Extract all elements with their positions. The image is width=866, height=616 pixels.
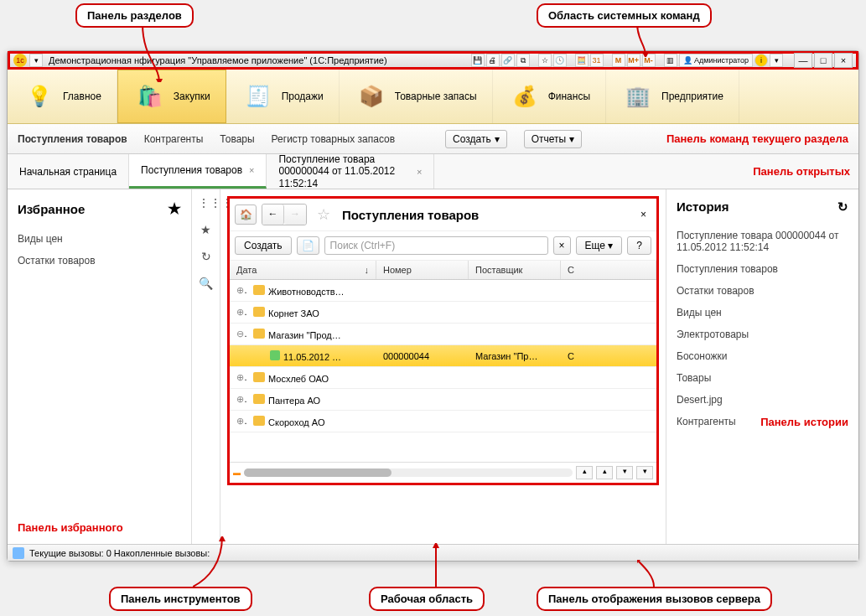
expand-icon[interactable]: ⊕ [236,307,246,317]
section-finance[interactable]: 💰Финансы [493,70,606,123]
tab-start-page[interactable]: Начальная страница [8,154,129,189]
window-title: Демонстрационная нфигурация "Управляемое… [49,55,387,65]
col-s[interactable]: С [561,261,656,279]
star-icon[interactable]: ★ [168,199,181,218]
home-button[interactable]: 🏠 [235,204,257,225]
section-sales[interactable]: 🧾Продажи [226,70,340,123]
dropdown-icon[interactable]: ▾ [29,54,43,67]
favorite-item[interactable]: Остатки товаров [18,250,181,272]
scroll-down-button[interactable]: ▾ [616,466,633,479]
tab-receipts[interactable]: Поступления товаров× [129,154,267,189]
user-button[interactable]: 👤 Администратор [679,54,753,67]
history-icon[interactable]: ↻ [198,250,215,267]
history-item[interactable]: Товары [677,367,848,389]
scroll-top-button[interactable]: ▴ [576,466,593,479]
col-label: Дата [236,265,257,275]
close-icon[interactable]: × [417,167,422,177]
section-main[interactable]: 💡Главное [8,70,117,123]
create-label: Создать [453,133,491,145]
tb-mplus-button[interactable]: M+ [627,54,640,67]
create-dropdown[interactable]: Создать ▾ [445,130,507,148]
col-date[interactable]: Дата↓ [230,261,376,279]
star-outline-icon[interactable]: ☆ [317,205,330,224]
expand-icon[interactable]: ⊕ [236,372,246,382]
favorite-item[interactable]: Виды цен [18,228,181,250]
help-button[interactable]: ? [627,236,651,255]
expand-icon[interactable]: ⊕ [236,394,246,404]
history-title: История [677,199,729,215]
tb-save-icon[interactable]: 💾 [471,54,485,67]
star-icon[interactable]: ★ [198,223,215,240]
tb-info-icon[interactable]: i [755,54,768,67]
server-calls-icon[interactable] [13,547,24,559]
folder-icon [253,394,265,404]
create-button[interactable]: Создать [235,236,292,255]
history-item[interactable]: Desert.jpg [677,389,848,411]
section-purchases[interactable]: 🛍️Закупки [117,70,226,123]
history-item[interactable]: Контрагенты Панель истории [677,411,848,433]
tb-more-icon[interactable]: ▾ [770,54,783,67]
scroll-bottom-button[interactable]: ▾ [636,466,653,479]
minimize-button[interactable]: — [794,53,812,68]
tb-favorite-icon[interactable]: ☆ [538,54,552,67]
history-item[interactable]: Поступления товаров [677,258,848,280]
history-item[interactable]: Электротовары [677,324,848,345]
tb-calendar-icon[interactable]: 31 [590,54,604,67]
tb-compare-icon[interactable]: ⧉ [516,54,530,67]
expand-icon[interactable]: ⊕ [236,416,246,426]
table-row[interactable]: ⊕Животноводств… [230,280,656,302]
coins-icon: 💰 [508,80,542,113]
cmd-stock-register[interactable]: Регистр товарных запасов [272,133,395,145]
tb-link-icon[interactable]: 🔗 [501,54,515,67]
reports-dropdown[interactable]: Отчеты ▾ [524,130,582,148]
maximize-button[interactable]: □ [814,53,832,68]
row-label: Корнет ЗАО [268,308,319,318]
table-row[interactable]: ⊕Мосхлеб ОАО [230,367,656,389]
section-enterprise[interactable]: 🏢Предприятие [606,70,739,123]
table-row[interactable]: ⊕Корнет ЗАО [230,302,656,324]
h-scrollbar[interactable] [244,468,573,477]
tab-label: Начальная страница [19,166,117,178]
history-icon[interactable]: ↻ [837,199,848,215]
close-icon[interactable]: × [249,165,254,175]
tb-calc-icon[interactable]: 🧮 [575,54,589,67]
search-icon[interactable]: 🔍 [198,277,215,293]
tab-receipt-doc[interactable]: Поступление товара 000000044 от 11.05.20… [267,154,434,189]
col-supplier[interactable]: Поставщик [469,261,561,279]
section-stock[interactable]: 📦Товарные запасы [340,70,493,123]
table-row[interactable]: ⊕Пантера АО [230,389,656,411]
collapse-icon[interactable]: ⊖ [236,329,246,339]
folder-icon [253,329,265,339]
cmd-goods[interactable]: Товары [220,133,254,145]
tb-mminus-button[interactable]: M- [642,54,656,67]
tb-m-button[interactable]: M [612,54,625,67]
history-item[interactable]: Поступление товара 000000044 от 11.05.20… [677,225,848,258]
history-item[interactable]: Остатки товаров [677,280,848,302]
close-button[interactable]: × [834,53,853,68]
grid-footer: ▬ ▴ ▴ ▾ ▾ [230,462,656,483]
search-input[interactable]: Поиск (Ctrl+F) [324,236,548,255]
tb-panels-icon[interactable]: ▥ [664,54,677,67]
scroll-up-button[interactable]: ▴ [596,466,613,479]
forward-button[interactable]: → [284,204,306,225]
expand-icon[interactable]: ⊕ [236,285,246,295]
table-row[interactable]: ⊕Скороход АО [230,411,656,432]
tb-history-icon[interactable]: 🕓 [553,54,567,67]
col-number[interactable]: Номер [376,261,469,279]
app-window: 1c ▾ Демонстрационная нфигурация "Управл… [7,50,859,562]
copy-button[interactable]: 📄 [297,236,319,255]
history-item[interactable]: Босоножки [677,345,848,367]
clear-search-button[interactable]: × [553,236,571,255]
table-row[interactable]: ⊖Магазин "Прод… [230,324,656,345]
scroll-thumb[interactable] [244,468,392,477]
close-icon[interactable]: × [635,209,651,220]
cmd-receipts[interactable]: Поступления товаров [18,133,127,145]
grid-icon[interactable]: ⋮⋮⋮ [198,196,215,213]
back-button[interactable]: ← [262,204,284,225]
tb-print-icon[interactable]: 🖨 [486,54,500,67]
more-button[interactable]: Еще ▾ [576,236,623,255]
table-row[interactable]: 11.05.2012 … 000000044 Магазин "Пр… С [230,345,656,367]
bag-icon: 🛍️ [133,80,167,113]
cmd-contractors[interactable]: Контрагенты [144,133,204,145]
history-item[interactable]: Виды цен [677,302,848,324]
